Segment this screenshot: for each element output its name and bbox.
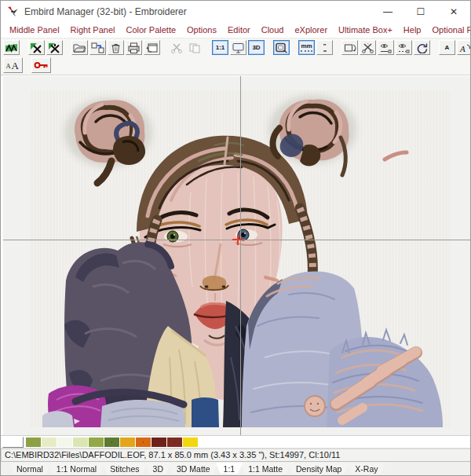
folder-open-button[interactable] [71,40,88,55]
copy-button [187,40,203,55]
svg-text:A: A [459,43,466,53]
menu-help[interactable]: Help [398,24,427,36]
color-swatch-1[interactable] [2,437,24,448]
minimize-button[interactable]: — [371,1,404,22]
status-bar: C:\EMBIRD32\Files\DAFFODIL.EOF, 87.1 x 8… [1,448,470,461]
color-swatch-12[interactable] [183,438,198,447]
tab-stitches[interactable]: Stitches [102,463,147,474]
menu-right-panel[interactable]: Right Panel [65,24,121,36]
zigzag-stitches-icon [5,42,18,53]
hoop-rotate-button[interactable] [341,40,358,55]
password-key-icon [34,60,49,71]
menu-middle-panel[interactable]: Middle Panel [4,24,65,36]
trash-icon [109,42,122,53]
tab-density-map[interactable]: Density Map [288,463,349,474]
design-delete-icon [30,42,43,53]
text-rotate-button[interactable]: A [457,40,471,55]
menu-editor[interactable]: Editor [222,24,256,36]
hoop-rotate-icon [343,42,356,53]
design-center-marker [232,234,243,245]
menu-ultimate-box-[interactable]: Ultimate Box+ [333,24,398,36]
units-inch-button[interactable]: ” [316,40,333,55]
units-mm-button[interactable]: mm [298,40,315,55]
color-swatch-8[interactable] [120,438,135,447]
menu-color-palette[interactable]: Color Palette [120,24,181,36]
connections-show-button[interactable] [378,40,394,55]
tab-normal[interactable]: Normal [9,463,51,474]
font-size-button[interactable]: AA [3,57,23,73]
app-window: Embird Manager (32-bit) - Embroiderer — … [0,0,471,476]
tab-x-ray[interactable]: X-Ray [347,463,385,474]
cut-button [169,40,185,55]
menu-explorer[interactable]: eXplorer [289,24,333,36]
color-swatch-9[interactable] [136,438,151,447]
zoom-1-1-label: 1:1 [216,45,225,51]
redraw-icon [415,42,429,53]
menu-cloud[interactable]: Cloud [256,24,290,36]
view-3d-label: 3D [252,45,260,51]
design-move-button[interactable] [89,40,106,55]
print-button[interactable] [126,40,142,55]
color-swatch-7[interactable] [104,438,119,447]
units-mm-label: mm [301,43,312,52]
design-delete-all-icon [48,42,61,53]
menu-bar: Middle PanelRight PanelColor PaletteOpti… [1,22,470,38]
tab-3d-matte[interactable]: 3D Matte [169,463,218,474]
connections-hide-button[interactable] [396,40,412,55]
view-3d-button[interactable]: 3D [248,40,265,55]
hoop-icon [275,42,288,53]
screen-preview-button[interactable] [230,40,246,55]
view-mode-tabs: Normal1:1 NormalStitches3D3D Matte1:11:1… [1,461,470,475]
units-inch-label: ” [323,43,327,52]
print-icon [127,42,141,53]
color-swatch-2[interactable] [26,438,41,447]
close-button[interactable]: ✕ [437,1,470,22]
zoom-1-1-button[interactable]: 1:1 [212,40,228,55]
font-size-icon: AA [5,60,20,71]
svg-text:A: A [6,62,12,70]
menu-optional-plug-ins[interactable]: Optional Plug-ins [426,24,471,36]
window-title: Embird Manager (32-bit) - Embroiderer [24,6,371,17]
password-key-button[interactable] [31,57,51,73]
tab-1-1-matte[interactable]: 1:1 Matte [240,463,290,474]
trim-icon [361,42,374,53]
trash-button[interactable] [108,40,124,55]
maximize-button[interactable]: ☐ [404,1,437,22]
hoop-button[interactable] [273,40,290,55]
color-swatch-11[interactable] [167,438,182,447]
app-logo-hummingbird-icon [6,5,19,18]
text-rotate-icon: A [458,42,471,53]
tab-1-1-normal[interactable]: 1:1 Normal [49,463,104,474]
color-swatch-10[interactable] [152,438,166,447]
design-delete-all-button[interactable] [46,40,63,55]
toolbar-row1: 1:13Dmm”AAA [1,38,470,57]
crosshair-vertical [240,76,241,435]
color-palette-bar [1,435,470,448]
cut-icon [170,42,184,53]
zigzag-stitches-button[interactable] [3,40,20,55]
toolbar-row2: AA [1,57,470,75]
svg-text:A: A [12,60,20,71]
folder-open-icon [73,42,86,53]
send-to-editor-icon [145,42,159,53]
design-info-text: C:\EMBIRD32\Files\DAFFODIL.EOF, 87.1 x 8… [5,450,340,460]
tab-3d[interactable]: 3D [145,463,171,474]
screen-preview-icon [232,42,245,53]
text-a-button[interactable]: A [439,40,455,55]
connections-hide-icon [397,42,411,53]
color-swatch-3[interactable] [42,438,57,447]
title-bar: Embird Manager (32-bit) - Embroiderer — … [1,1,470,22]
trim-button[interactable] [360,40,376,55]
tab-1-1[interactable]: 1:1 [216,463,243,474]
color-swatch-4[interactable] [57,438,72,447]
text-a-label: A [445,45,450,51]
send-to-editor-button[interactable] [144,40,160,55]
color-swatch-5[interactable] [73,438,88,447]
redraw-button[interactable] [414,40,430,55]
design-move-icon [91,42,104,53]
design-delete-button[interactable] [28,40,45,55]
design-canvas[interactable] [1,75,470,435]
connections-show-icon [379,42,392,53]
color-swatch-6[interactable] [89,438,104,447]
menu-options[interactable]: Options [181,24,222,36]
